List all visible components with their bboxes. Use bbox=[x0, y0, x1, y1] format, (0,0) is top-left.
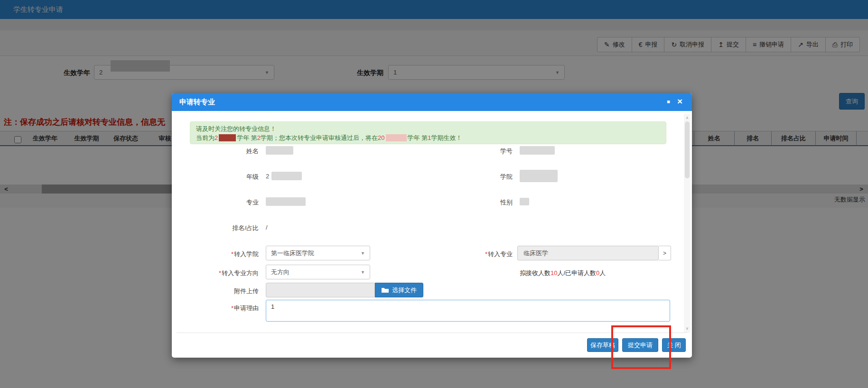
to-major-value: 临床医学 bbox=[523, 249, 548, 258]
reason-textarea[interactable]: 1 bbox=[266, 300, 670, 322]
to-college-label: *转入学院 bbox=[190, 250, 259, 259]
transfer-application-modal: 申请转专业 ■ × 请及时关注您的转专业信息！ 当前为2学年 第2学期；您本次转… bbox=[172, 93, 692, 358]
to-college-select[interactable]: 第一临床医学院 ▼ bbox=[266, 246, 370, 260]
redaction-box bbox=[386, 134, 407, 141]
alert-text: 学期；您本次转专业申请审核通过后，将在 bbox=[261, 134, 378, 141]
info-alert: 请及时关注您的转专业信息！ 当前为2学年 第2学期；您本次转专业申请审核通过后，… bbox=[190, 121, 666, 144]
name-label: 姓名 bbox=[190, 147, 259, 156]
student-id-label: 学号 bbox=[457, 147, 513, 156]
student-id-value-redacted bbox=[520, 146, 555, 155]
attachment-label: 附件上传 bbox=[190, 287, 259, 296]
alert-number: 20 bbox=[378, 134, 384, 141]
major-value-redacted bbox=[266, 197, 306, 206]
quota-accept-number: 10 bbox=[551, 269, 557, 277]
grade-value-redacted bbox=[271, 172, 302, 180]
folder-icon bbox=[382, 287, 389, 293]
alert-text: 学年 第 bbox=[408, 134, 428, 141]
alert-text: 当前为 bbox=[196, 134, 215, 141]
modal-header bbox=[172, 93, 692, 111]
alert-number: 2 bbox=[215, 134, 218, 141]
to-direction-value: 无方向 bbox=[271, 268, 289, 277]
to-major-picker-button[interactable]: > bbox=[659, 246, 671, 260]
chevron-down-icon: ▼ bbox=[361, 251, 365, 256]
alert-text: 学年 第 bbox=[237, 134, 257, 141]
alert-number: 2 bbox=[257, 134, 261, 141]
alert-text: 学期生效！ bbox=[431, 134, 462, 141]
college-label: 学院 bbox=[457, 173, 513, 181]
rank-ratio-value: / bbox=[266, 224, 268, 231]
to-major-input[interactable]: 临床医学 bbox=[517, 246, 659, 260]
required-mark: * bbox=[485, 250, 487, 258]
name-value-redacted bbox=[266, 146, 293, 155]
choose-file-label: 选择文件 bbox=[392, 286, 417, 295]
close-icon[interactable]: × bbox=[677, 97, 682, 106]
redaction-box bbox=[219, 134, 236, 141]
app-screen: 学生转专业申请 ✎ 修改 € 申报 ↻ 取消申报 ↥ 提交 ≡ 撤销申请 ↗ 导… bbox=[0, 0, 868, 388]
alert-line2: 当前为2学年 第2学期；您本次转专业申请审核通过后，将在20学年 第1学期生效！ bbox=[196, 133, 660, 142]
major-label: 专业 bbox=[190, 198, 259, 207]
modal-title: 申请转专业 bbox=[179, 93, 215, 111]
required-mark: * bbox=[231, 250, 233, 258]
college-value-redacted bbox=[520, 170, 558, 182]
modal-scrollbar-thumb[interactable] bbox=[685, 121, 690, 178]
rank-ratio-label: 排名/占比 bbox=[190, 224, 259, 232]
maximize-icon[interactable]: ■ bbox=[667, 99, 670, 104]
attachment-file-input[interactable] bbox=[266, 283, 375, 297]
scroll-up-arrow-icon[interactable]: ∧ bbox=[684, 116, 691, 120]
reason-label: *申请理由 bbox=[190, 304, 259, 313]
alert-line1: 请及时关注您的转专业信息！ bbox=[196, 124, 660, 133]
grade-value: 2 bbox=[266, 173, 269, 180]
annotation-highlight-rectangle bbox=[611, 325, 671, 369]
chevron-down-icon: ▼ bbox=[361, 270, 365, 275]
to-direction-select[interactable]: 无方向 ▼ bbox=[266, 265, 370, 279]
grade-label: 年级 bbox=[190, 173, 259, 181]
required-mark: * bbox=[231, 305, 233, 312]
scroll-down-arrow-icon[interactable]: ∨ bbox=[684, 326, 691, 331]
required-mark: * bbox=[219, 269, 221, 277]
gender-label: 性别 bbox=[457, 198, 513, 207]
modal-footer-divider bbox=[177, 333, 687, 333]
to-major-label: *转入专业 bbox=[438, 250, 513, 259]
to-direction-label: *转入专业方向 bbox=[190, 269, 259, 277]
choose-file-button[interactable]: 选择文件 bbox=[375, 283, 423, 297]
to-college-value: 第一临床医学院 bbox=[271, 249, 314, 258]
gender-value-redacted bbox=[520, 198, 529, 205]
quota-text: 拟接收人数10人/已申请人数0人 bbox=[520, 269, 606, 277]
